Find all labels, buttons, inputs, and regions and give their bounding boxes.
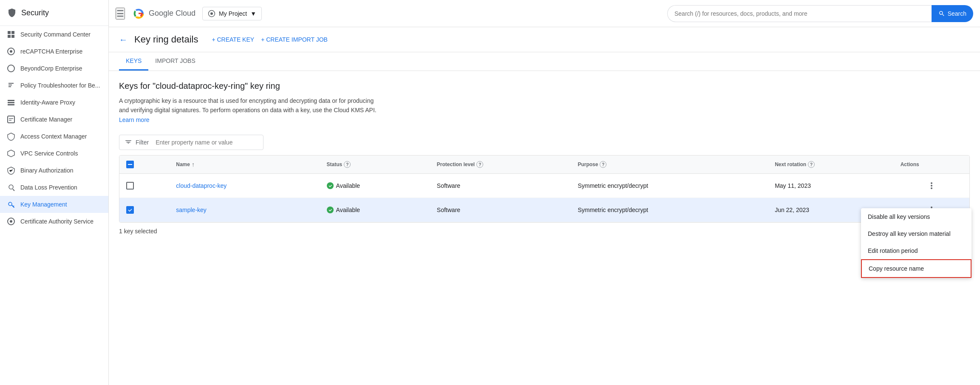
svg-marker-11	[8, 150, 14, 157]
search-icon	[938, 10, 945, 17]
sidebar-label-access-context: Access Context Manager	[20, 133, 87, 140]
sidebar-item-data-loss-prevention[interactable]: Data Loss Prevention	[0, 179, 108, 196]
sidebar-item-certificate-authority[interactable]: Certificate Authority Service	[0, 213, 108, 230]
row2-status: Available	[320, 198, 430, 222]
select-all-checkbox[interactable]	[126, 161, 134, 168]
row1-status-text: Available	[336, 182, 360, 189]
selection-info: 1 key selected	[119, 223, 970, 240]
sidebar-header: Security	[0, 0, 108, 26]
search-button[interactable]: Search	[932, 5, 973, 22]
sidebar-item-certificate-manager[interactable]: Certificate Manager	[0, 111, 108, 128]
sidebar-item-vpc-service-controls[interactable]: VPC Service Controls	[0, 145, 108, 162]
project-icon	[208, 10, 215, 17]
create-import-job-button[interactable]: + CREATE IMPORT JOB	[261, 36, 328, 43]
keys-table: Name ↑ Status ?	[119, 155, 970, 223]
row1-status: Available	[320, 174, 430, 198]
sidebar-label-iap: Identity-Aware Proxy	[20, 99, 75, 106]
th-protection-level: Protection level ?	[430, 156, 571, 174]
google-cloud-logo-icon	[132, 7, 145, 20]
sidebar-label-recaptcha: reCAPTCHA Enterprise	[20, 48, 82, 55]
sidebar-item-key-management[interactable]: Key Management	[0, 196, 108, 213]
row2-checkbox[interactable]	[126, 206, 134, 214]
content-header: ← Key ring details + CREATE KEY + CREATE…	[109, 27, 980, 52]
tab-keys[interactable]: KEYS	[119, 52, 148, 71]
sidebar-label-cert-manager: Certificate Manager	[20, 116, 72, 123]
row2-key-link[interactable]: sample-key	[176, 207, 207, 213]
status-help-icon[interactable]: ?	[344, 161, 351, 168]
search-input[interactable]	[667, 5, 932, 22]
row2-name: sample-key	[169, 198, 320, 222]
svg-rect-7	[8, 100, 14, 101]
sidebar-item-recaptcha[interactable]: reCAPTCHA Enterprise	[0, 43, 108, 60]
protection-help-icon[interactable]: ?	[476, 161, 483, 168]
table-row: sample-key Available Software	[119, 198, 969, 222]
svg-rect-3	[11, 35, 14, 38]
sidebar-item-policy-troubleshooter[interactable]: Policy Troubleshooter for Be...	[0, 77, 108, 94]
back-button[interactable]: ←	[119, 35, 127, 45]
svg-rect-18	[128, 164, 132, 165]
section-heading: Keys for "cloud-dataproc-key-ring" key r…	[119, 81, 970, 91]
th-next-rotation: Next rotation ?	[768, 156, 894, 174]
svg-point-6	[8, 65, 14, 72]
iap-icon	[7, 98, 15, 107]
tabs-bar: KEYS IMPORT JOBS	[109, 52, 980, 71]
menu-button[interactable]: ☰	[116, 8, 125, 20]
row1-checkbox[interactable]	[126, 182, 134, 190]
svg-point-12	[9, 185, 13, 189]
purpose-help-icon[interactable]: ?	[600, 161, 606, 168]
rotation-help-icon[interactable]: ?	[808, 161, 815, 168]
topbar: ☰ Google Cloud My Project ▼ Search	[109, 0, 980, 27]
sort-name-icon: ↑	[192, 161, 195, 168]
svg-point-13	[8, 202, 12, 206]
vpc-icon	[7, 149, 15, 158]
sidebar-label-ca: Certificate Authority Service	[20, 218, 93, 225]
header-actions: + CREATE KEY + CREATE IMPORT JOB	[212, 36, 327, 43]
row2-purpose: Symmetric encrypt/decrypt	[571, 198, 768, 222]
dropdown-item-destroy[interactable]: Destroy all key version material	[861, 225, 972, 242]
sidebar-item-identity-aware-proxy[interactable]: Identity-Aware Proxy	[0, 94, 108, 111]
sidebar-item-security-command-center[interactable]: Security Command Center	[0, 26, 108, 43]
dropdown-item-edit-rotation[interactable]: Edit rotation period	[861, 242, 972, 259]
row2-status-icon	[327, 207, 334, 213]
filter-icon	[125, 138, 132, 147]
sidebar-item-beyondcorp[interactable]: BeyondCorp Enterprise	[0, 60, 108, 77]
filter-bar: Filter	[119, 135, 263, 150]
sidebar: Security Security Command Center reCAPTC…	[0, 0, 109, 385]
sidebar-label-key-mgmt: Key Management	[20, 201, 67, 208]
sidebar-item-binary-authorization[interactable]: Binary Authorization	[0, 162, 108, 179]
th-actions: Actions	[894, 156, 969, 174]
create-key-button[interactable]: + CREATE KEY	[212, 36, 254, 43]
svg-rect-2	[8, 35, 11, 38]
learn-more-link[interactable]: Learn more	[119, 116, 150, 123]
section-description: A cryptographic key is a resource that i…	[119, 96, 382, 125]
row1-select	[119, 174, 169, 198]
content-area: ← Key ring details + CREATE KEY + CREATE…	[109, 27, 980, 385]
row1-actions-button[interactable]	[901, 179, 963, 192]
dropdown-item-copy-resource[interactable]: Copy resource name	[861, 259, 972, 278]
sidebar-item-access-context-manager[interactable]: Access Context Manager	[0, 128, 108, 145]
project-name: My Project	[219, 10, 247, 17]
project-dropdown-icon: ▼	[250, 10, 256, 17]
policy-icon	[7, 81, 15, 90]
th-purpose: Purpose ?	[571, 156, 768, 174]
svg-point-5	[10, 50, 12, 53]
sidebar-label-vpc: VPC Service Controls	[20, 150, 78, 157]
dropdown-item-disable[interactable]: Disable all key versions	[861, 208, 972, 225]
filter-label: Filter	[136, 139, 149, 146]
sidebar-label-beyondcorp: BeyondCorp Enterprise	[20, 65, 82, 72]
sidebar-label-binary-auth: Binary Authorization	[20, 167, 74, 174]
th-name[interactable]: Name ↑	[169, 156, 320, 174]
filter-input[interactable]	[156, 139, 249, 146]
row1-protection: Software	[430, 174, 571, 198]
project-selector[interactable]: My Project ▼	[202, 7, 262, 20]
key-management-icon	[7, 200, 15, 209]
table-header-row: Name ↑ Status ?	[119, 156, 969, 174]
row2-status-text: Available	[336, 207, 360, 213]
row1-key-link[interactable]: cloud-dataproc-key	[176, 182, 227, 189]
row2-select	[119, 198, 169, 222]
svg-rect-9	[8, 104, 14, 105]
sidebar-label-policy: Policy Troubleshooter for Be...	[20, 82, 100, 89]
search-wrapper: Search	[667, 5, 973, 22]
tab-import-jobs[interactable]: IMPORT JOBS	[148, 52, 202, 71]
row2-protection: Software	[430, 198, 571, 222]
